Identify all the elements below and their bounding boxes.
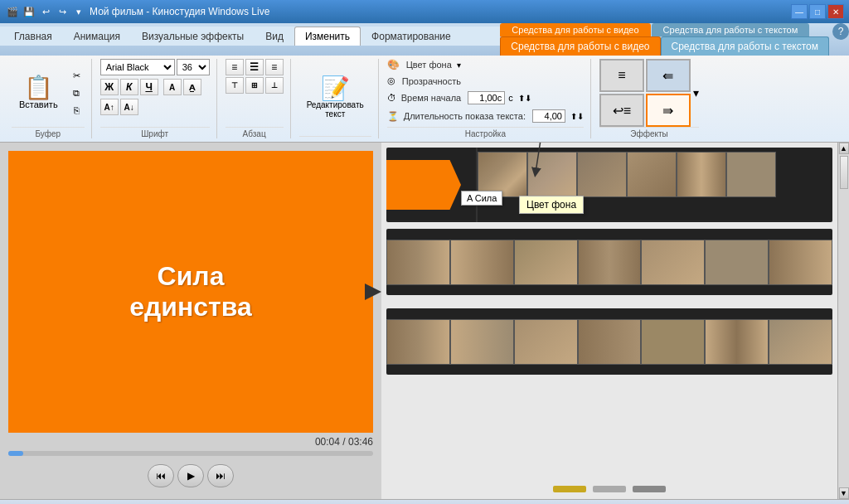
duration-input[interactable] [532,109,565,123]
font-color-button[interactable]: A [163,79,182,95]
bold-button[interactable]: Ж [100,79,119,95]
copy-button[interactable]: ⧉ [69,85,85,101]
align-row-2: ⊤ ⊞ ⊥ [226,77,284,94]
effects-row-1: ≡ ⇚ [599,59,691,92]
main-ribbon-section: Главная Анимация Визуальные эффекты Вид … [0,23,500,56]
align-center-button[interactable]: ☰ [245,59,264,75]
format-button[interactable]: ⎘ [69,103,85,118]
redo-btn[interactable]: ↪ [55,5,70,18]
edit-text-button[interactable]: 📝 Редактироватьтекст [299,73,371,123]
ribbon-group-edittext: 📝 Редактироватьтекст [293,59,379,138]
preview-panel: Силаединства 00:04 / 03:46 ⏮ ▶ ⏭ [0,143,381,499]
effects-dropdown[interactable]: ▾ [693,86,699,99]
context-tab-headers: Средства для работы с видео Средства для… [500,23,829,36]
format-buttons: Ж К Ч [100,79,158,95]
duration-label: Длительность показа текста: [404,111,526,121]
font-size-select[interactable]: 36 [177,59,210,75]
ribbon-tabs-area: Главная Анимация Визуальные эффекты Вид … [0,23,849,56]
tab-home[interactable]: Главная [3,27,63,46]
effect-btn-2[interactable]: ⇚ [646,59,691,92]
underline-button[interactable]: Ч [140,79,158,95]
preview-controls: ⏮ ▶ ⏭ [8,461,373,491]
film-frame-2-7 [769,240,832,285]
arrow-indicator [365,284,381,300]
preview-progress-bar[interactable] [8,451,373,456]
effect-btn-1[interactable]: ≡ [599,59,644,92]
window-controls: — □ ✕ [791,4,844,19]
tab-formatting[interactable]: Форматирование [361,27,462,46]
decrease-size-button[interactable]: A↓ [120,99,138,115]
bg-color-dropdown[interactable]: ▾ [457,61,461,70]
start-time-row: ⏱ Время начала с ⬆⬇ [387,91,531,104]
transparency-icon: ◎ [387,75,395,86]
start-time-spinner[interactable]: ⬆⬇ [518,94,531,103]
tab-text-tools[interactable]: Средства для работы с текстом [661,36,829,56]
bg-color-label[interactable]: Цвет фона [406,60,452,70]
bg-color-icon[interactable]: 🎨 [387,59,400,70]
edittext-content: 📝 Редактироватьтекст [299,59,371,136]
quick-access-toolbar: 🎬 💾 ↩ ↪ ▾ [5,5,86,18]
valign-top-button[interactable]: ⊤ [226,77,244,94]
film-frame-2-1 [386,240,450,285]
effect-btn-3[interactable]: ↩≡ [599,94,644,127]
tab-video-tools[interactable]: Средства для работы с видео [500,36,660,56]
ribbon-group-clipboard: 📋 Вставить ✂ ⧉ ⎘ Буфер [5,59,92,138]
save-btn[interactable]: 💾 [22,5,36,18]
film-frame-2-3 [514,240,578,285]
effects-more: ▾ [693,86,699,99]
paragraph-content: ≡ ☰ ≡ ⊤ ⊞ ⊥ [226,59,284,127]
nav-dot-2[interactable] [593,486,626,492]
window-title: Мой фильм - Киностудия Windows Live [90,6,269,17]
font-name-select[interactable]: Arial Black [100,59,175,75]
tab-animation[interactable]: Анимация [63,27,131,46]
title-arrow-shape [386,160,461,210]
effects-row-2: ↩≡ ⇛ [599,94,691,127]
nav-dot-3[interactable] [633,486,666,492]
help-button[interactable]: ? [832,23,849,40]
undo-btn[interactable]: ↩ [38,5,53,18]
font-label: Шрифт [100,127,210,138]
film-frame-3-5 [641,319,705,365]
duration-spinner[interactable]: ⬆⬇ [570,112,584,121]
rewind-button[interactable]: ⏮ [148,464,174,487]
forward-button[interactable]: ⏭ [207,464,234,487]
tab-visual-effects[interactable]: Визуальные эффекты [131,27,255,46]
duration-icon: ⏳ [387,111,399,122]
scrollbar-down[interactable]: ▼ [839,487,849,499]
cut-button[interactable]: ✂ [69,68,85,84]
increase-size-button[interactable]: A↑ [100,99,119,115]
tab-change[interactable]: Изменить [294,27,361,46]
paste-icon: 📋 [24,76,53,99]
text-label-overlay: A Сила [461,191,502,206]
status-bar: Заголовок 1 из 3 − + [0,499,849,504]
play-button[interactable]: ▶ [177,464,204,487]
align-left-button[interactable]: ≡ [226,59,244,75]
start-time-icon: ⏱ [387,93,396,103]
valign-mid-button[interactable]: ⊞ [245,77,264,94]
tab-view[interactable]: Вид [255,27,294,46]
vertical-scrollbar[interactable]: ▲ ▼ [837,143,849,499]
nav-dot-1[interactable] [553,486,586,492]
maximize-button[interactable]: □ [809,4,826,19]
align-right-button[interactable]: ≡ [265,59,284,75]
film-frame-5 [677,152,726,197]
close-button[interactable]: ✕ [827,4,844,19]
context-tabs-area: Средства для работы с видео Средства для… [500,23,829,56]
font-content: Arial Black 36 Ж К Ч A A̲ A↑ A↓ [100,59,210,127]
transparency-label[interactable]: Прозрачность [402,76,461,86]
transparency-row: ◎ Прозрачность [387,75,461,86]
italic-button[interactable]: К [120,79,138,95]
effects-content: ≡ ⇚ ↩≡ ⇛ ▾ [599,59,699,127]
context-tab-tabs: Средства для работы с видео Средства для… [500,36,829,56]
paragraph-label: Абзац [226,127,284,138]
effect-btn-4[interactable]: ⇛ [646,94,691,127]
dropdown-arrow[interactable]: ▾ [71,5,86,18]
start-time-input[interactable] [468,91,505,104]
scrollbar-up[interactable]: ▲ [839,143,849,154]
highlight-button[interactable]: A̲ [183,79,201,95]
valign-bot-button[interactable]: ⊥ [265,77,284,94]
timeline-panel[interactable]: A Сила Цвет фона [381,143,837,499]
minimize-button[interactable]: — [791,4,808,19]
paste-button[interactable]: 📋 Вставить [12,68,65,118]
scrollbar-thumb[interactable] [840,156,848,189]
